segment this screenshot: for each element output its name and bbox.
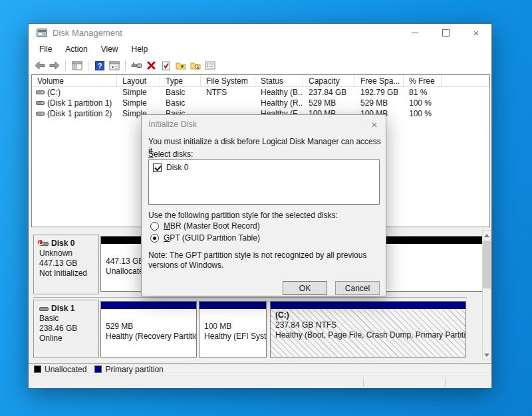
legend-bar: Unallocated Primary partition <box>29 363 491 375</box>
help-icon[interactable]: ? <box>94 60 105 71</box>
column-filler <box>442 75 489 86</box>
volume-name: (Disk 1 partition 1) <box>47 98 112 108</box>
volume-icon <box>36 90 45 94</box>
partition-label: (C:) <box>275 310 466 320</box>
gpt-radio-option[interactable]: GPT (GUID Partition Table) <box>150 233 260 243</box>
disk1-size: 238.46 GB <box>39 324 98 334</box>
disk0-item-label: Disk 0 <box>166 163 188 172</box>
column-status[interactable]: Status <box>255 75 303 86</box>
volume-name: (C:) <box>47 88 61 97</box>
menu-file[interactable]: File <box>33 43 59 56</box>
column-free-space[interactable]: Free Spa... <box>355 75 404 86</box>
desktop: Disk Management × File Action View Help <box>0 0 532 416</box>
cell-fs: NTFS <box>201 88 255 97</box>
partition-status: Healthy (EFI System <box>204 332 266 342</box>
disk1-label-box[interactable]: Disk 1 Basic 238.46 GB Online <box>33 300 99 358</box>
cell-layout: Simple <box>117 98 160 108</box>
partition-status: Healthy (Recovery Partition <box>106 332 196 342</box>
disk0-name: Disk 0 <box>51 239 74 249</box>
primary-color-bar <box>271 302 466 309</box>
primary-partition-swatch <box>94 365 102 373</box>
primary-color-bar <box>101 302 196 309</box>
cell-pct: 100 % <box>404 98 442 108</box>
dialog-close-icon[interactable]: × <box>367 118 382 131</box>
disk1-partition-c[interactable]: (C:) 237.84 GB NTFS Healthy (Boot, Page … <box>270 301 466 358</box>
window-title: Disk Management <box>53 28 122 38</box>
cell-capacity: 237.84 GB <box>303 88 355 97</box>
partition-size: 100 MB <box>204 322 266 332</box>
dialog-title-bar[interactable]: Initialize Disk × <box>142 115 386 134</box>
dialog-title: Initialize Disk <box>148 120 197 129</box>
status-bar <box>29 375 491 388</box>
cell-free: 529 MB <box>355 98 404 108</box>
select-disks-label: Select disks: <box>148 150 193 159</box>
disk0-size: 447.13 GB <box>39 259 98 268</box>
disk0-list-item[interactable]: Disk 0 <box>153 163 375 172</box>
gpt-radio[interactable] <box>150 234 159 243</box>
volume-name: (Disk 1 partition 2) <box>47 109 112 118</box>
cell-pct: 81 % <box>404 88 442 97</box>
disk0-label-box[interactable]: Disk 0 Unknown 447.13 GB Not Initialized <box>33 235 99 294</box>
gpt-note: Note: The GPT partition style is not rec… <box>148 251 374 270</box>
scroll-down-icon[interactable] <box>483 350 491 360</box>
properties-icon[interactable] <box>204 60 215 71</box>
column-capacity[interactable]: Capacity <box>303 75 355 86</box>
disk1-partition-efi[interactable]: 100 MB Healthy (EFI System <box>199 301 267 358</box>
cell-pct: 100 % <box>404 109 442 118</box>
close-button[interactable]: × <box>461 24 491 41</box>
unallocated-swatch <box>34 365 41 373</box>
disk-icon <box>39 242 49 246</box>
back-icon[interactable] <box>34 60 45 71</box>
toolbar-separator <box>65 60 66 71</box>
forward-icon[interactable] <box>49 60 60 71</box>
disk0-state: Not Initialized <box>39 268 98 278</box>
vertical-scrollbar[interactable] <box>482 230 491 360</box>
toolbar-separator <box>88 60 88 71</box>
column-type[interactable]: Type <box>160 75 201 86</box>
menu-action[interactable]: Action <box>59 43 94 56</box>
column-file-system[interactable]: File System <box>201 75 255 86</box>
disk-error-badge-icon <box>37 239 43 245</box>
partition-style-label: Use the following partition style for th… <box>148 211 338 220</box>
disk-select-listbox[interactable]: Disk 0 <box>148 159 380 205</box>
menu-help[interactable]: Help <box>125 43 155 56</box>
initialize-disk-dialog: Initialize Disk × You must initialize a … <box>141 114 386 296</box>
column-layout[interactable]: Layout <box>117 75 160 86</box>
check-document-icon[interactable] <box>160 60 172 71</box>
menu-view[interactable]: View <box>94 43 125 56</box>
console-window-icon[interactable] <box>71 60 82 71</box>
cancel-button[interactable]: Cancel <box>335 281 380 295</box>
toolbar-separator <box>125 60 126 71</box>
column-volume[interactable]: Volume <box>32 75 117 86</box>
disk0-checkbox[interactable] <box>153 163 162 172</box>
unallocated-legend-label: Unallocated <box>45 365 86 374</box>
cell-status: Healthy (B... <box>255 88 303 97</box>
scroll-up-icon[interactable] <box>483 231 491 240</box>
disk1-name: Disk 1 <box>51 304 74 314</box>
status-separator <box>445 377 446 387</box>
ok-button[interactable]: OK <box>283 281 327 295</box>
cell-layout: Simple <box>117 88 160 97</box>
mbr-radio[interactable] <box>150 222 159 231</box>
console-tree-icon[interactable] <box>108 60 120 71</box>
folder-search-icon[interactable] <box>190 60 201 71</box>
maximize-button[interactable] <box>430 24 461 41</box>
disk1-partition-recovery[interactable]: 529 MB Healthy (Recovery Partition <box>100 301 197 358</box>
volume-row-c[interactable]: (C:) Simple Basic NTFS Healthy (B... 237… <box>32 87 489 98</box>
title-bar[interactable]: Disk Management × <box>29 24 491 41</box>
minimize-button[interactable] <box>400 24 430 41</box>
gpt-label: GPT (GUID Partition Table) <box>164 233 260 243</box>
cell-capacity: 529 MB <box>303 98 355 108</box>
volume-icon <box>36 101 45 105</box>
menu-bar: File Action View Help <box>29 41 491 57</box>
disk1-type: Basic <box>39 314 98 324</box>
delete-icon[interactable] <box>146 60 157 71</box>
cell-free: 192.79 GB <box>355 88 404 97</box>
folder-export-icon[interactable] <box>175 60 186 71</box>
volume-row-disk1-p1[interactable]: (Disk 1 partition 1) Simple Basic Health… <box>32 98 489 108</box>
scrollbar-thumb[interactable] <box>483 241 491 288</box>
partition-status: Healthy (Boot, Page File, Crash Dump, Pr… <box>275 330 466 340</box>
tool-icon[interactable] <box>131 60 142 71</box>
column-pct-free[interactable]: % Free <box>404 75 442 86</box>
mbr-radio-option[interactable]: MBR (Master Boot Record) <box>150 221 260 231</box>
